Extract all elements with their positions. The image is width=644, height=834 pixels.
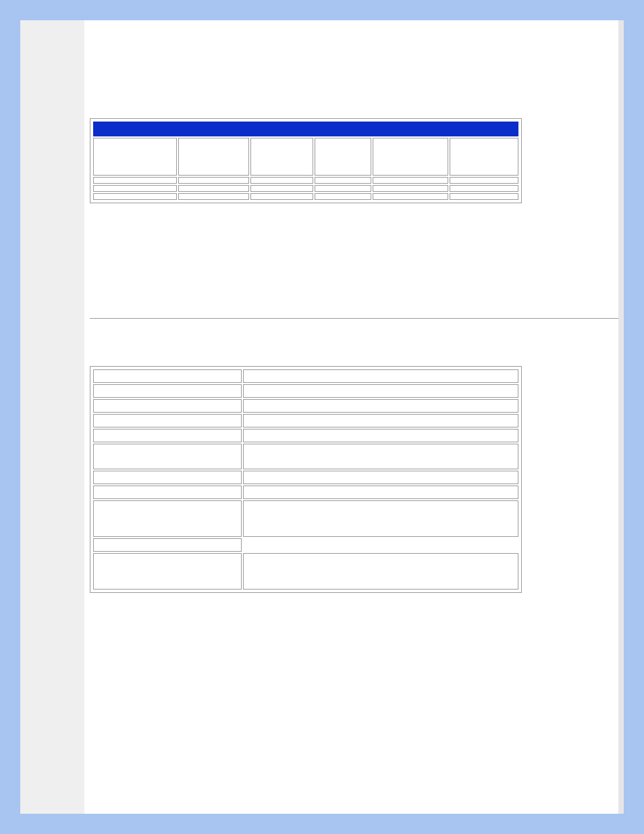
table-2-key-cell — [93, 500, 242, 537]
table-1-header-cell — [450, 138, 518, 176]
table-cell — [315, 185, 371, 192]
table-cell — [450, 185, 518, 192]
table-cell — [93, 193, 177, 200]
table-2-val-cell — [243, 444, 518, 469]
table-2-key-cell — [93, 538, 242, 552]
table-row — [93, 486, 518, 499]
table-2-key-cell — [93, 384, 242, 398]
table-row — [93, 185, 518, 192]
table-row — [93, 193, 518, 200]
table-cell — [93, 177, 177, 184]
table-2-val-cell — [243, 384, 518, 398]
table-row — [93, 471, 518, 484]
table-row — [93, 384, 518, 398]
table-2-val-cell — [243, 471, 518, 484]
table-row — [93, 414, 518, 427]
table-row — [93, 444, 518, 469]
table-cell — [178, 177, 249, 184]
table-row — [93, 369, 518, 383]
table-2-val-cell — [243, 538, 518, 552]
table-1-title-row — [93, 122, 518, 136]
page-root — [0, 0, 644, 834]
table-1-title — [93, 122, 518, 136]
table-row — [93, 553, 518, 590]
table-2-val-cell — [243, 369, 518, 383]
table-cell — [250, 177, 313, 184]
table-1-header-cell — [250, 138, 313, 176]
section-divider — [90, 318, 618, 319]
table-2-val-cell — [243, 429, 518, 442]
table-1 — [90, 118, 522, 203]
table-2-key-cell — [93, 429, 242, 442]
table-1-header-cell — [373, 138, 448, 176]
table-cell — [178, 193, 249, 200]
table-2-key-cell — [93, 553, 242, 590]
table-cell — [373, 177, 448, 184]
table-row — [93, 177, 518, 184]
table-2-key-cell — [93, 414, 242, 427]
table-2-val-cell — [243, 500, 518, 537]
table-2-val-cell — [243, 486, 518, 499]
left-sidebar — [20, 20, 84, 814]
table-2-val-cell — [243, 399, 518, 413]
table-2-val-cell — [243, 414, 518, 427]
table-cell — [178, 185, 249, 192]
table-row — [93, 399, 518, 413]
table-row — [93, 538, 518, 552]
table-2-key-cell — [93, 399, 242, 413]
table-1-header-cell — [315, 138, 371, 176]
table-1-header-row — [93, 138, 518, 176]
table-cell — [250, 193, 313, 200]
table-2-val-cell — [243, 553, 518, 590]
document-content — [84, 20, 618, 814]
table-row — [93, 500, 518, 537]
table-2-key-cell — [93, 471, 242, 484]
table-cell — [250, 185, 313, 192]
table-cell — [450, 193, 518, 200]
table-2-key-cell — [93, 369, 242, 383]
table-cell — [93, 185, 177, 192]
table-cell — [373, 193, 448, 200]
table-row — [93, 429, 518, 442]
table-2-key-cell — [93, 486, 242, 499]
table-cell — [315, 177, 371, 184]
table-cell — [373, 185, 448, 192]
document-frame — [20, 20, 624, 814]
table-1-header-cell — [178, 138, 249, 176]
table-2 — [90, 366, 522, 593]
table-2-key-cell — [93, 444, 242, 469]
table-cell — [315, 193, 371, 200]
table-cell — [450, 177, 518, 184]
table-1-header-cell — [93, 138, 177, 176]
